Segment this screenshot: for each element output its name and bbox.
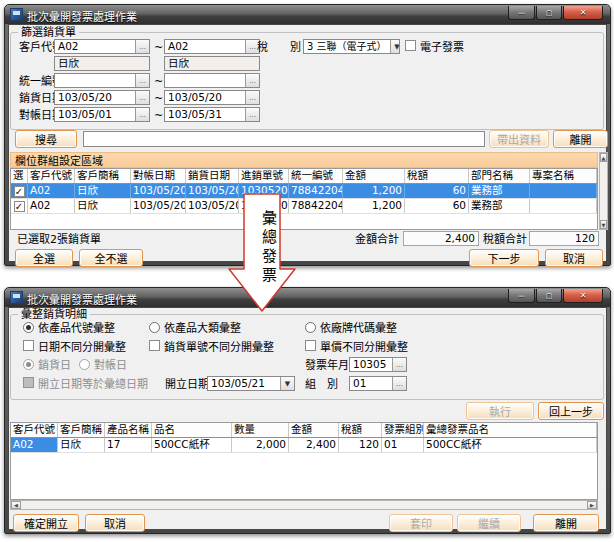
grid-cell[interactable]: 500CC紙杯 [424,438,597,452]
grid-cell[interactable]: 01 [382,438,424,452]
taxid-from-field[interactable]: … [54,73,150,88]
cancel-button[interactable]: 取消 [85,514,145,532]
issue-date-field[interactable]: 103/05/21 ▼ [207,376,295,391]
column-header[interactable]: 金額 [343,169,405,183]
deselect-all-button[interactable]: 全不選 [79,249,143,267]
grid-cell[interactable]: 業務部 [469,199,530,213]
grid-cell[interactable]: 78842204 [289,199,343,213]
minimize-button[interactable]: — [508,289,535,303]
column-header[interactable]: 客戶代號 [28,169,75,183]
cancel-button[interactable]: 取消 [545,249,603,267]
checkbox-cell[interactable]: ✓ [11,184,28,198]
customer-from-field[interactable]: A02 … [54,39,150,54]
bring-data-button[interactable]: 帶出資料 [489,130,549,148]
column-header[interactable]: 客戶代號 [11,423,58,437]
radio-by-product-class[interactable] [149,322,160,333]
grid-cell[interactable]: 60 [405,184,469,198]
select-all-button[interactable]: 全選 [15,249,73,267]
grid-cell[interactable]: 日欣 [75,184,131,198]
search-button[interactable]: 搜尋 [15,130,77,148]
column-header[interactable]: 金額 [289,423,339,437]
lookup-icon[interactable]: … [135,40,149,53]
grid-cell[interactable]: 103/05/20 [131,184,186,198]
titlebar[interactable]: 批次彙開發票處理作業 — ▢ ✕ [5,5,610,24]
sales-order-row[interactable]: ✓A02日欣103/05/20103/05/201030520000788422… [11,184,597,199]
recon-date-from-field[interactable]: 103/05/01 … [54,107,150,122]
scroll-right-icon[interactable]: ▶ [587,501,597,509]
grid-cell[interactable] [530,184,597,198]
close-button[interactable]: ✕ [563,6,603,20]
column-header[interactable]: 進銷單號 [239,169,289,183]
next-step-button[interactable]: 下一步 [469,249,539,267]
grid-cell[interactable]: 2,000 [232,438,289,452]
grid-cell[interactable]: 業務部 [469,184,530,198]
taxid-to-field[interactable]: … [164,73,260,88]
grid-cell[interactable]: 60 [405,199,469,213]
column-header[interactable]: 選 [11,169,28,183]
column-header[interactable]: 銷貨日期 [186,169,239,183]
checkbox-split-by-date[interactable] [23,340,34,351]
column-header[interactable]: 發票組別 [382,423,424,437]
column-header[interactable]: 稅額 [405,169,469,183]
column-header[interactable]: 部門名稱 [469,169,530,183]
lookup-icon[interactable]: … [135,91,149,104]
grid-cell[interactable]: 1,200 [343,199,405,213]
checkbox-split-by-price[interactable] [305,340,316,351]
lookup-icon[interactable]: … [392,377,406,390]
grid-cell[interactable]: 1,200 [343,184,405,198]
column-header[interactable]: 對帳日期 [131,169,186,183]
lookup-icon[interactable]: … [245,91,259,104]
grid-cell[interactable]: 103/05/20 [131,199,186,213]
column-header[interactable]: 客戶簡稱 [75,169,131,183]
grid-cell[interactable]: 2,400 [289,438,339,452]
lookup-icon[interactable]: … [245,108,259,121]
print-button[interactable]: 套印 [389,514,453,532]
grid-cell[interactable]: 日欣 [75,199,131,213]
lookup-icon[interactable]: … [245,74,259,87]
grid-cell[interactable]: 500CC紙杯 [152,438,232,452]
radio-by-brand-code[interactable] [305,322,316,333]
lookup-icon[interactable]: … [135,74,149,87]
chevron-down-icon[interactable]: ▼ [280,377,294,390]
grid-cell[interactable]: 17 [105,438,152,452]
checkbox-split-by-order[interactable] [149,340,160,351]
grid-cell[interactable] [530,199,597,213]
scroll-left-icon[interactable]: ◀ [11,501,21,509]
tax-type-select[interactable]: 3 三聯（電子式） ▼ [303,39,400,54]
continue-button[interactable]: 繼續 [457,514,521,532]
chevron-down-icon[interactable]: ▼ [390,40,400,53]
column-header[interactable]: 客戶簡稱 [58,423,105,437]
grid-cell[interactable]: A02 [28,199,75,213]
column-header[interactable]: 數量 [232,423,289,437]
column-header[interactable]: 品名 [152,423,232,437]
confirm-issue-button[interactable]: 確定開立 [13,514,79,532]
grid-cell[interactable]: 120 [339,438,382,452]
einvoice-checkbox[interactable] [405,40,416,51]
search-input[interactable] [83,131,485,147]
execute-button[interactable]: 執行 [466,402,534,420]
sales-order-row[interactable]: ✓A02日欣103/05/20103/05/201030520000788422… [11,199,597,214]
maximize-button[interactable]: ▢ [536,289,562,303]
row-checkbox[interactable]: ✓ [14,186,25,197]
grid-cell[interactable]: A02 [28,184,75,198]
grid-cell[interactable]: A02 [11,438,58,452]
horizontal-scrollbar[interactable]: ◀ ▶ [10,500,598,510]
summary-row[interactable]: A02日欣17500CC紙杯2,0002,40012001500CC紙杯 [11,438,597,453]
sales-date-from-field[interactable]: 103/05/20 … [54,90,150,105]
close-button[interactable]: ✕ [563,289,603,303]
sales-date-to-field[interactable]: 103/05/20 … [164,90,260,105]
recon-date-to-field[interactable]: 103/05/31 … [164,107,260,122]
column-header[interactable]: 統一編號 [289,169,343,183]
lookup-icon[interactable]: … [392,358,406,371]
grid-cell[interactable]: 日欣 [58,438,105,452]
checkbox-cell[interactable]: ✓ [11,199,28,213]
scroll-down-icon[interactable]: ▼ [600,220,607,229]
exit-button[interactable]: 離開 [533,514,599,532]
exit-button[interactable]: 離開 [553,130,608,148]
scroll-up-icon[interactable]: ▲ [600,153,607,162]
titlebar[interactable]: 批次彙開發票處理作業 — ▢ ✕ [5,288,610,307]
column-header[interactable]: 專案名稱 [530,169,597,183]
column-header[interactable]: 稅額 [339,423,382,437]
lookup-icon[interactable]: … [135,108,149,121]
column-header[interactable]: 產品名稱 [105,423,152,437]
